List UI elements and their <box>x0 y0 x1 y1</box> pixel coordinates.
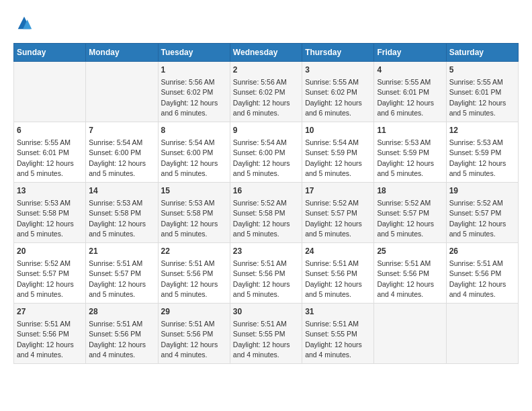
day-number: 5 <box>449 64 515 76</box>
calendar-cell: 22Sunrise: 5:51 AM Sunset: 5:56 PM Dayli… <box>158 243 230 304</box>
day-number: 10 <box>305 125 371 136</box>
day-number: 12 <box>449 125 515 136</box>
day-info: Sunrise: 5:55 AM Sunset: 6:02 PM Dayligh… <box>305 78 362 117</box>
calendar-cell: 24Sunrise: 5:51 AM Sunset: 5:56 PM Dayli… <box>302 243 374 304</box>
calendar-week-row: 13Sunrise: 5:53 AM Sunset: 5:58 PM Dayli… <box>14 183 519 243</box>
day-info: Sunrise: 5:53 AM Sunset: 5:58 PM Dayligh… <box>17 199 74 238</box>
day-info: Sunrise: 5:55 AM Sunset: 6:01 PM Dayligh… <box>377 78 434 117</box>
day-number: 31 <box>305 306 371 318</box>
day-number: 8 <box>161 125 227 136</box>
day-info: Sunrise: 5:53 AM Sunset: 5:58 PM Dayligh… <box>161 199 218 238</box>
calendar-cell: 27Sunrise: 5:51 AM Sunset: 5:56 PM Dayli… <box>14 304 86 364</box>
day-info: Sunrise: 5:52 AM Sunset: 5:57 PM Dayligh… <box>305 199 362 238</box>
day-info: Sunrise: 5:51 AM Sunset: 5:55 PM Dayligh… <box>233 320 290 359</box>
calendar-cell: 29Sunrise: 5:51 AM Sunset: 5:56 PM Dayli… <box>158 304 230 364</box>
day-number: 3 <box>305 64 371 76</box>
weekday-header: Friday <box>374 44 446 62</box>
calendar-cell: 20Sunrise: 5:52 AM Sunset: 5:57 PM Dayli… <box>14 243 86 304</box>
day-number: 7 <box>89 125 154 136</box>
day-number: 25 <box>377 246 443 257</box>
day-number: 26 <box>449 246 515 257</box>
day-info: Sunrise: 5:51 AM Sunset: 5:55 PM Dayligh… <box>305 320 362 359</box>
day-info: Sunrise: 5:54 AM Sunset: 6:00 PM Dayligh… <box>89 138 146 177</box>
day-info: Sunrise: 5:54 AM Sunset: 5:59 PM Dayligh… <box>305 138 362 177</box>
page-header <box>13 13 519 32</box>
day-number: 30 <box>233 306 299 318</box>
calendar-cell: 17Sunrise: 5:52 AM Sunset: 5:57 PM Dayli… <box>302 183 374 243</box>
calendar-cell: 28Sunrise: 5:51 AM Sunset: 5:56 PM Dayli… <box>86 304 158 364</box>
logo <box>13 13 34 32</box>
day-info: Sunrise: 5:53 AM Sunset: 5:58 PM Dayligh… <box>89 199 146 238</box>
day-number: 6 <box>17 125 83 136</box>
calendar-cell: 31Sunrise: 5:51 AM Sunset: 5:55 PM Dayli… <box>302 304 374 364</box>
day-info: Sunrise: 5:51 AM Sunset: 5:56 PM Dayligh… <box>377 259 434 298</box>
calendar-week-row: 1Sunrise: 5:56 AM Sunset: 6:02 PM Daylig… <box>14 62 519 122</box>
calendar-cell: 16Sunrise: 5:52 AM Sunset: 5:58 PM Dayli… <box>230 183 302 243</box>
day-number: 15 <box>161 185 227 197</box>
day-info: Sunrise: 5:51 AM Sunset: 5:56 PM Dayligh… <box>305 259 362 298</box>
calendar-cell: 25Sunrise: 5:51 AM Sunset: 5:56 PM Dayli… <box>374 243 446 304</box>
calendar-table: SundayMondayTuesdayWednesdayThursdayFrid… <box>13 43 519 364</box>
day-info: Sunrise: 5:51 AM Sunset: 5:56 PM Dayligh… <box>449 259 506 298</box>
day-info: Sunrise: 5:56 AM Sunset: 6:02 PM Dayligh… <box>233 78 290 117</box>
day-number: 27 <box>17 306 83 318</box>
calendar-cell <box>446 304 518 364</box>
calendar-cell <box>374 304 446 364</box>
day-info: Sunrise: 5:55 AM Sunset: 6:01 PM Dayligh… <box>17 138 74 177</box>
calendar-cell: 13Sunrise: 5:53 AM Sunset: 5:58 PM Dayli… <box>14 183 86 243</box>
day-number: 16 <box>233 185 299 197</box>
day-number: 13 <box>17 185 83 197</box>
day-info: Sunrise: 5:51 AM Sunset: 5:57 PM Dayligh… <box>89 259 146 298</box>
calendar-cell: 11Sunrise: 5:53 AM Sunset: 5:59 PM Dayli… <box>374 122 446 183</box>
day-number: 19 <box>449 185 515 197</box>
calendar-cell: 14Sunrise: 5:53 AM Sunset: 5:58 PM Dayli… <box>86 183 158 243</box>
calendar-cell: 5Sunrise: 5:55 AM Sunset: 6:01 PM Daylig… <box>446 62 518 122</box>
calendar-week-row: 20Sunrise: 5:52 AM Sunset: 5:57 PM Dayli… <box>14 243 519 304</box>
calendar-week-row: 6Sunrise: 5:55 AM Sunset: 6:01 PM Daylig… <box>14 122 519 183</box>
day-info: Sunrise: 5:52 AM Sunset: 5:57 PM Dayligh… <box>17 259 74 298</box>
day-info: Sunrise: 5:51 AM Sunset: 5:56 PM Dayligh… <box>89 320 146 359</box>
day-number: 17 <box>305 185 371 197</box>
day-number: 9 <box>233 125 299 136</box>
weekday-header: Sunday <box>14 44 86 62</box>
day-number: 23 <box>233 246 299 257</box>
day-info: Sunrise: 5:54 AM Sunset: 6:00 PM Dayligh… <box>161 138 218 177</box>
day-info: Sunrise: 5:51 AM Sunset: 5:56 PM Dayligh… <box>161 320 218 359</box>
calendar-cell: 18Sunrise: 5:52 AM Sunset: 5:57 PM Dayli… <box>374 183 446 243</box>
calendar-cell <box>14 62 86 122</box>
calendar-cell: 3Sunrise: 5:55 AM Sunset: 6:02 PM Daylig… <box>302 62 374 122</box>
calendar-week-row: 27Sunrise: 5:51 AM Sunset: 5:56 PM Dayli… <box>14 304 519 364</box>
day-number: 1 <box>161 64 227 76</box>
day-number: 22 <box>161 246 227 257</box>
day-info: Sunrise: 5:53 AM Sunset: 5:59 PM Dayligh… <box>449 138 506 177</box>
calendar-cell: 23Sunrise: 5:51 AM Sunset: 5:56 PM Dayli… <box>230 243 302 304</box>
day-number: 29 <box>161 306 227 318</box>
day-info: Sunrise: 5:52 AM Sunset: 5:57 PM Dayligh… <box>449 199 506 238</box>
calendar-cell: 6Sunrise: 5:55 AM Sunset: 6:01 PM Daylig… <box>14 122 86 183</box>
day-number: 11 <box>377 125 443 136</box>
day-info: Sunrise: 5:51 AM Sunset: 5:56 PM Dayligh… <box>161 259 218 298</box>
calendar-cell: 2Sunrise: 5:56 AM Sunset: 6:02 PM Daylig… <box>230 62 302 122</box>
calendar-cell: 8Sunrise: 5:54 AM Sunset: 6:00 PM Daylig… <box>158 122 230 183</box>
day-info: Sunrise: 5:51 AM Sunset: 5:56 PM Dayligh… <box>17 320 74 359</box>
day-info: Sunrise: 5:55 AM Sunset: 6:01 PM Dayligh… <box>449 78 506 117</box>
calendar-cell: 19Sunrise: 5:52 AM Sunset: 5:57 PM Dayli… <box>446 183 518 243</box>
logo-icon <box>15 13 34 32</box>
weekday-header: Wednesday <box>230 44 302 62</box>
day-number: 18 <box>377 185 443 197</box>
calendar-cell: 21Sunrise: 5:51 AM Sunset: 5:57 PM Dayli… <box>86 243 158 304</box>
calendar-cell: 15Sunrise: 5:53 AM Sunset: 5:58 PM Dayli… <box>158 183 230 243</box>
day-info: Sunrise: 5:54 AM Sunset: 6:00 PM Dayligh… <box>233 138 290 177</box>
calendar-cell: 30Sunrise: 5:51 AM Sunset: 5:55 PM Dayli… <box>230 304 302 364</box>
weekday-header: Thursday <box>302 44 374 62</box>
day-number: 4 <box>377 64 443 76</box>
calendar-cell: 10Sunrise: 5:54 AM Sunset: 5:59 PM Dayli… <box>302 122 374 183</box>
day-info: Sunrise: 5:52 AM Sunset: 5:57 PM Dayligh… <box>377 199 434 238</box>
calendar-cell: 9Sunrise: 5:54 AM Sunset: 6:00 PM Daylig… <box>230 122 302 183</box>
day-number: 28 <box>89 306 154 318</box>
calendar-cell: 12Sunrise: 5:53 AM Sunset: 5:59 PM Dayli… <box>446 122 518 183</box>
calendar-cell: 7Sunrise: 5:54 AM Sunset: 6:00 PM Daylig… <box>86 122 158 183</box>
calendar-cell: 26Sunrise: 5:51 AM Sunset: 5:56 PM Dayli… <box>446 243 518 304</box>
weekday-header: Tuesday <box>158 44 230 62</box>
day-number: 2 <box>233 64 299 76</box>
